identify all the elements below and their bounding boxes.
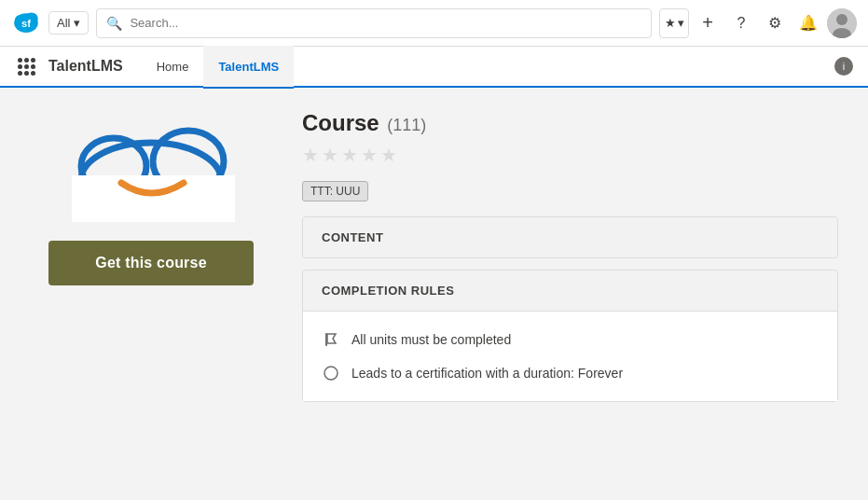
svg-text:sf: sf (21, 17, 31, 28)
completion-item-2: Leads to a certification with a duration… (322, 356, 819, 390)
star-1: ★ (302, 144, 319, 166)
completion-item-1-text: All units must be completed (351, 332, 511, 347)
main-content: Get this course Course (111) ★ ★ ★ ★ ★ T… (0, 88, 868, 500)
add-button[interactable]: + (693, 8, 723, 38)
notifications-button[interactable]: 🔔 (793, 8, 823, 38)
certificate-icon (322, 364, 340, 382)
completion-section: COMPLETION RULES All units must be compl… (302, 270, 838, 402)
settings-button[interactable]: ⚙ (760, 8, 790, 38)
search-icon: 🔍 (106, 16, 122, 31)
nav-tabs: Home TalentLMS (142, 46, 294, 87)
right-panel: Course (111) ★ ★ ★ ★ ★ TTT: UUU CONTENT … (302, 110, 838, 478)
course-title: Course (302, 110, 379, 135)
star-rating: ★ ★ ★ ★ ★ (302, 144, 838, 166)
left-panel: Get this course (30, 110, 272, 478)
app-grid-icon[interactable] (15, 55, 37, 77)
favorites-chevron-icon: ▾ (678, 16, 684, 30)
completion-item-1: All units must be completed (322, 323, 819, 356)
help-button[interactable]: ? (726, 8, 756, 38)
svg-point-5 (836, 14, 847, 25)
content-section: CONTENT (302, 216, 838, 258)
tab-home[interactable]: Home (142, 46, 204, 89)
top-nav-bar: sf All ▾ 🔍 ★ ▾ + ? ⚙ 🔔 (0, 0, 868, 47)
star-2: ★ (322, 144, 338, 166)
star-3: ★ (341, 144, 358, 166)
dropdown-chevron-icon: ▾ (74, 16, 80, 30)
svg-rect-10 (72, 175, 235, 222)
user-avatar[interactable] (827, 8, 857, 38)
info-icon[interactable]: i (834, 57, 853, 76)
nav-icons: ★ ▾ + ? ⚙ 🔔 (659, 8, 857, 38)
gear-icon: ⚙ (768, 14, 781, 32)
plus-icon: + (702, 12, 713, 34)
svg-point-12 (324, 367, 338, 380)
bell-icon: 🔔 (799, 14, 818, 32)
star-5: ★ (380, 144, 397, 166)
completion-section-header[interactable]: COMPLETION RULES (303, 271, 837, 311)
search-input[interactable] (130, 16, 641, 30)
search-bar: 🔍 (96, 8, 652, 38)
star-icon: ★ (665, 16, 676, 30)
completion-item-2-text: Leads to a certification with a duration… (351, 366, 623, 381)
secondary-nav: TalentLMS Home TalentLMS i (0, 47, 868, 88)
flag-icon (322, 330, 340, 349)
all-dropdown-label: All (57, 16, 70, 30)
course-badge: TTT: UUU (302, 181, 368, 201)
favorites-button[interactable]: ★ ▾ (659, 8, 689, 38)
star-4: ★ (361, 144, 378, 166)
content-section-header[interactable]: CONTENT (303, 217, 837, 257)
get-course-button[interactable]: Get this course (48, 241, 254, 285)
help-icon: ? (737, 15, 746, 32)
all-dropdown[interactable]: All ▾ (48, 11, 89, 35)
tab-talentelms[interactable]: TalentLMS (203, 46, 294, 89)
salesforce-logo[interactable]: sf (11, 7, 41, 40)
course-logo (58, 110, 244, 222)
course-count: (111) (387, 116, 426, 134)
app-name: TalentLMS (48, 58, 123, 75)
course-title-area: Course (111) ★ ★ ★ ★ ★ TTT: UUU (302, 110, 838, 201)
completion-section-body: All units must be completed Leads to a c… (303, 311, 837, 401)
